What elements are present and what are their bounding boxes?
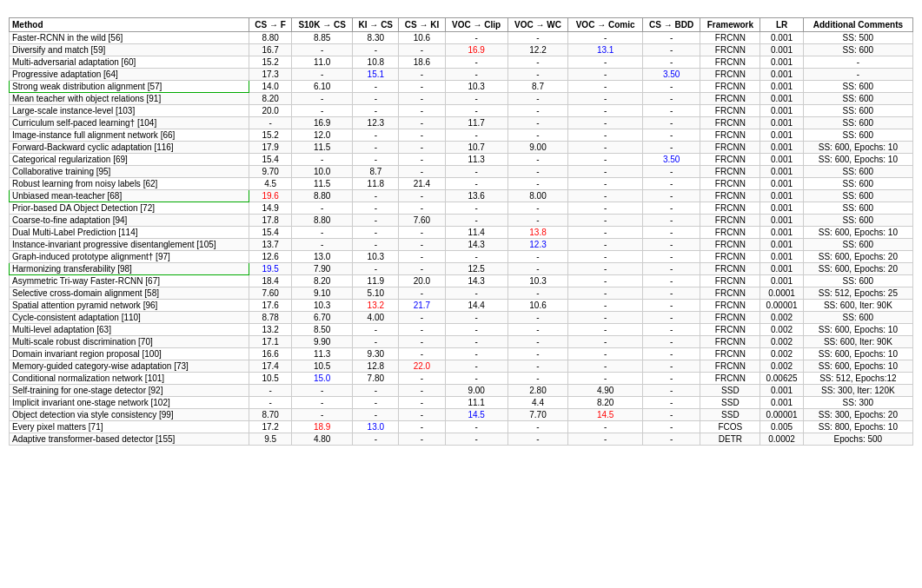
val-cs-ki: - bbox=[399, 373, 445, 385]
table-row: Multi-adversarial adaptation [60]15.211.… bbox=[10, 56, 913, 69]
val-cs-f: 19.6 bbox=[249, 190, 292, 202]
val-voc-comic: - bbox=[568, 239, 643, 251]
table-row: Selective cross-domain alignment [58]7.6… bbox=[10, 287, 913, 300]
val-ki-cs: - bbox=[353, 336, 399, 348]
table-row: Unbiased mean-teacher [68]19.68.80--13.6… bbox=[10, 190, 913, 202]
val-lr: 0.00001 bbox=[760, 409, 803, 421]
val-cs-f: 12.6 bbox=[249, 251, 292, 263]
val-cs-bdd: - bbox=[642, 166, 700, 178]
val-s10k-cs: 8.80 bbox=[291, 215, 352, 227]
val-cs-f: 17.8 bbox=[249, 215, 292, 227]
table-row: Memory-guided category-wise adaptation [… bbox=[10, 360, 913, 373]
val-cs-ki: - bbox=[399, 117, 445, 129]
val-framework: DETR bbox=[700, 433, 760, 446]
val-comments: SS: 500 bbox=[803, 32, 912, 44]
val-cs-bdd: - bbox=[642, 312, 700, 324]
val-cs-ki: 18.6 bbox=[399, 56, 445, 69]
val-voc-comic: - bbox=[568, 263, 643, 275]
val-s10k-cs: - bbox=[291, 154, 352, 166]
val-voc-wc: - bbox=[507, 105, 568, 117]
val-cs-bdd: - bbox=[642, 287, 700, 300]
header-method: Method bbox=[10, 18, 249, 32]
val-voc-comic: - bbox=[568, 373, 643, 385]
val-voc-comic: - bbox=[568, 178, 643, 190]
val-ki-cs: 15.1 bbox=[353, 69, 399, 81]
val-s10k-cs: 16.9 bbox=[291, 117, 352, 129]
val-comments: SS: 600, Epochs: 10 bbox=[803, 324, 912, 336]
val-s10k-cs: 4.80 bbox=[291, 433, 352, 446]
val-ki-cs: - bbox=[353, 129, 399, 142]
table-row: Asymmetric Tri-way Faster-RCNN [67]18.48… bbox=[10, 275, 913, 287]
val-cs-bdd: - bbox=[642, 190, 700, 202]
val-framework: FRCNN bbox=[700, 178, 760, 190]
val-s10k-cs: 8.80 bbox=[291, 190, 352, 202]
val-voc-wc: 4.4 bbox=[507, 397, 568, 409]
val-cs-bdd: - bbox=[642, 227, 700, 239]
val-voc-comic: - bbox=[568, 129, 643, 142]
val-cs-f: 4.5 bbox=[249, 178, 292, 190]
val-voc-clip: - bbox=[445, 251, 507, 263]
val-comments: SS: 600 bbox=[803, 129, 912, 142]
val-cs-ki: - bbox=[399, 239, 445, 251]
val-framework: FRCNN bbox=[700, 360, 760, 373]
val-lr: 0.001 bbox=[760, 178, 803, 190]
method-cell: Diversify and match [59] bbox=[10, 44, 249, 56]
table-row: Self-training for one-stage detector [92… bbox=[10, 385, 913, 397]
val-voc-wc: 10.6 bbox=[507, 300, 568, 312]
method-cell: Large-scale instance-level [103] bbox=[10, 105, 249, 117]
method-cell: Categorical regularization [69] bbox=[10, 154, 249, 166]
val-cs-f: 15.4 bbox=[249, 154, 292, 166]
val-lr: 0.001 bbox=[760, 251, 803, 263]
val-voc-comic: 4.90 bbox=[568, 385, 643, 397]
val-voc-wc: 7.70 bbox=[507, 409, 568, 421]
val-ki-cs: - bbox=[353, 433, 399, 446]
val-cs-bdd: - bbox=[642, 44, 700, 56]
table-row: Image-instance full alignment network [6… bbox=[10, 129, 913, 142]
table-row: Conditional normalization network [101]1… bbox=[10, 373, 913, 385]
val-cs-f: 14.9 bbox=[249, 202, 292, 215]
val-cs-ki: 20.0 bbox=[399, 275, 445, 287]
val-lr: 0.001 bbox=[760, 117, 803, 129]
val-framework: FRCNN bbox=[700, 202, 760, 215]
val-framework: FRCNN bbox=[700, 81, 760, 93]
val-comments: SS: 600 bbox=[803, 117, 912, 129]
val-cs-f: - bbox=[249, 397, 292, 409]
val-comments: SS: 600 bbox=[803, 215, 912, 227]
val-ki-cs: - bbox=[353, 239, 399, 251]
method-cell: Selective cross-domain alignment [58] bbox=[10, 287, 249, 300]
val-voc-comic: - bbox=[568, 32, 643, 44]
val-cs-f: 17.3 bbox=[249, 69, 292, 81]
val-voc-clip: - bbox=[445, 324, 507, 336]
val-framework: FRCNN bbox=[700, 129, 760, 142]
val-lr: 0.002 bbox=[760, 324, 803, 336]
val-framework: FRCNN bbox=[700, 324, 760, 336]
val-voc-comic: - bbox=[568, 348, 643, 360]
val-ki-cs: - bbox=[353, 93, 399, 105]
val-cs-bdd: - bbox=[642, 300, 700, 312]
val-lr: 0.001 bbox=[760, 69, 803, 81]
val-voc-wc: - bbox=[507, 202, 568, 215]
val-voc-clip: 10.3 bbox=[445, 81, 507, 93]
table-row: Prior-based DA Object Detection [72]14.9… bbox=[10, 202, 913, 215]
val-s10k-cs: 11.3 bbox=[291, 348, 352, 360]
val-voc-wc: - bbox=[507, 324, 568, 336]
table-row: Coarse-to-fine adaptation [94]17.88.80-7… bbox=[10, 215, 913, 227]
val-comments: SS: 512, Epochs:12 bbox=[803, 373, 912, 385]
header-voc-comic: VOC → Comic bbox=[568, 18, 643, 32]
val-cs-f: 10.5 bbox=[249, 373, 292, 385]
val-voc-clip: - bbox=[445, 348, 507, 360]
val-s10k-cs: 11.0 bbox=[291, 56, 352, 69]
val-framework: FRCNN bbox=[700, 154, 760, 166]
val-s10k-cs: 8.20 bbox=[291, 275, 352, 287]
val-voc-clip: - bbox=[445, 32, 507, 44]
val-ki-cs: 11.8 bbox=[353, 178, 399, 190]
val-voc-clip: 11.7 bbox=[445, 117, 507, 129]
val-s10k-cs: 18.9 bbox=[291, 421, 352, 433]
val-comments: Epochs: 500 bbox=[803, 433, 912, 446]
val-cs-bdd: - bbox=[642, 336, 700, 348]
val-lr: 0.001 bbox=[760, 56, 803, 69]
val-cs-f: 8.78 bbox=[249, 312, 292, 324]
val-framework: FRCNN bbox=[700, 336, 760, 348]
header-framework: Framework bbox=[700, 18, 760, 32]
table-row: Spatial attention pyramid network [96]17… bbox=[10, 300, 913, 312]
